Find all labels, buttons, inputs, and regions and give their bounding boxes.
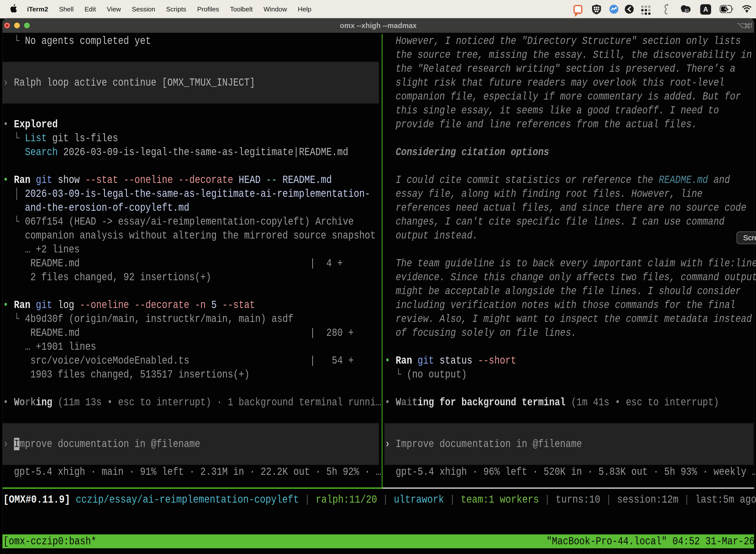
svg-text:.61: .61 bbox=[684, 8, 689, 13]
